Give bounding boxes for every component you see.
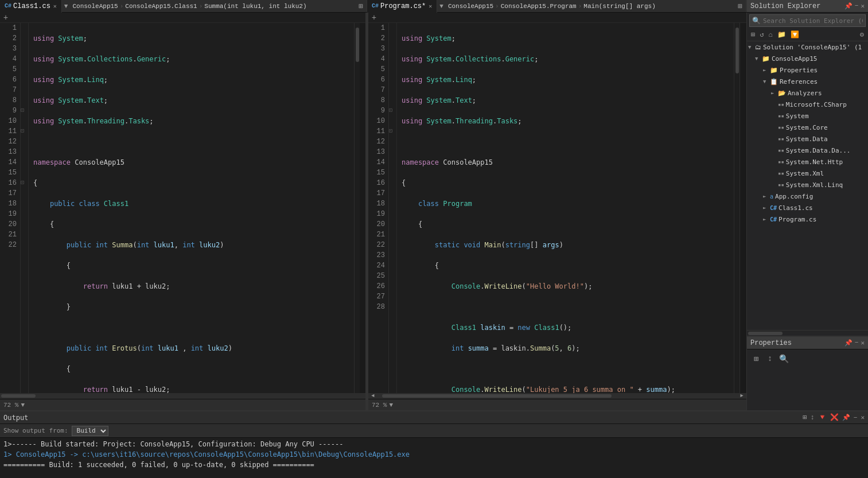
se-tool-refresh[interactable]: ↺ [758, 30, 765, 39]
tree-item-analyzers[interactable]: ► 📂 Analyzers [747, 87, 868, 99]
tree-label-program: Program.cs [779, 216, 816, 223]
se-tool-home[interactable]: ⌂ [766, 31, 774, 39]
right-minimap [739, 23, 746, 393]
se-search-box[interactable]: 🔍 [749, 14, 866, 27]
ref-icon4: ▪▪ [778, 136, 784, 142]
left-zoom-label: 72 % [3, 402, 18, 409]
tree-label-ref7: System.Xml [786, 170, 824, 177]
left-nav1[interactable]: ConsoleApp15.Class1 [125, 3, 197, 10]
output-toolbar-btn4[interactable]: ❌ [830, 413, 839, 422]
tree-item-program[interactable]: ► C# Program.cs [747, 213, 868, 225]
left-code-area[interactable]: 12345 678910 1112131415 1617181920 2122 … [0, 23, 365, 393]
se-tool-filter[interactable]: 🔽 [789, 30, 801, 39]
se-pin-icon[interactable]: 📌 [844, 2, 853, 10]
tree-label-ref6: System.Net.Http [786, 158, 843, 166]
tree-item-appconfig[interactable]: ► a App.config [747, 191, 868, 202]
tree-item-properties[interactable]: ► 📁 Properties [747, 64, 868, 76]
output-toolbar-btn1[interactable]: ⊞ [803, 413, 807, 422]
prop-close-icon[interactable]: ✕ [861, 339, 865, 347]
left-scrollbar-h[interactable] [0, 393, 365, 399]
right-editor-breadcrumb: ConsoleApp15 › ConsoleApp15.Program › Ma… [446, 0, 658, 13]
right-tab-dropdown[interactable]: ▼ [437, 0, 446, 13]
tree-item-class1[interactable]: ► C# Class1.cs [747, 202, 868, 213]
right-code-area[interactable]: 12345 678910 1112131415 1617181920 21222… [368, 23, 746, 393]
tree-item-ref-system-xml[interactable]: ▪▪ System.Xml [747, 168, 868, 179]
left-add-icon[interactable]: + [0, 13, 11, 23]
tree-item-ref-microsoft-csharp[interactable]: ▪▪ Microsoft.CSharp [747, 99, 868, 110]
program-icon: C# [770, 216, 777, 223]
tree-item-solution[interactable]: ▼ 🗂 Solution 'ConsoleApp15' (1 [747, 41, 868, 53]
output-close-icon[interactable]: ✕ [861, 414, 865, 421]
tree-item-ref-system[interactable]: ▪▪ System [747, 110, 868, 122]
tree-item-references[interactable]: ▼ 📋 References [747, 76, 868, 87]
properties-title: Properties [750, 339, 792, 347]
output-toolbar-btn2[interactable]: ↕ [811, 414, 815, 422]
right-add-icon[interactable]: + [368, 13, 380, 23]
right-scrollbar-v[interactable] [734, 23, 739, 393]
se-minimize-icon[interactable]: − [855, 2, 859, 10]
right-code-content[interactable]: using System; using System.Collections.G… [397, 23, 734, 393]
tree-label-ref3: System.Core [786, 124, 828, 131]
tree-label-ref8: System.Xml.Linq [786, 181, 843, 189]
se-tool-gear[interactable]: ⚙ [858, 30, 866, 39]
close-icon2[interactable]: ✕ [429, 3, 432, 10]
left-tab-class1[interactable]: C# Class1.cs ✕ [0, 0, 62, 13]
left-scrollbar-v[interactable] [354, 23, 360, 393]
tree-item-ref-system-core[interactable]: ▪▪ System.Core [747, 122, 868, 133]
right-tab-program[interactable]: C# Program.cs* ✕ [367, 0, 437, 13]
se-close-icon[interactable]: ✕ [861, 2, 865, 10]
right-zoom-dropdown[interactable]: ▼ [389, 402, 393, 409]
output-filter-label: Show output from: [3, 427, 68, 434]
tree-item-project[interactable]: ▼ 📁 ConsoleApp15 [747, 53, 868, 64]
right-scrollbar-h-thumb[interactable] [376, 394, 738, 398]
tree-item-ref-system-net[interactable]: ▪▪ System.Net.Http [747, 156, 868, 168]
ref-icon8: ▪▪ [778, 182, 784, 188]
properties-panel: Properties 📌 − ✕ ⊞ ↕ 🔍 [747, 336, 868, 410]
prop-alpha-icon[interactable]: ↕ [764, 353, 776, 364]
left-tab-dropdown[interactable]: ▼ [62, 0, 71, 13]
ref-icon1: ▪▪ [778, 102, 784, 107]
tree-item-ref-system-data[interactable]: ▪▪ System.Data [747, 133, 868, 145]
properties-header: Properties 📌 − ✕ [747, 337, 868, 349]
output-toolbar-btn3[interactable]: 🔻 [818, 413, 827, 422]
left-zoom-dropdown[interactable]: ▼ [21, 402, 25, 409]
solution-explorer-panel: 🔍 ⊞ ↺ ⌂ 📁 🔽 ⚙ ▼ 🗂 Solution 'ConsoleApp15 [746, 13, 868, 410]
prop-minimize-icon[interactable]: − [855, 339, 859, 347]
right-scrollbar-h-left-btn[interactable]: ◄ [369, 393, 376, 399]
left-nav2[interactable]: Summa(int luku1, int luku2) [204, 3, 306, 10]
ref-icon6: ▪▪ [778, 159, 784, 165]
right-panel-expand[interactable]: ⊞ [734, 2, 746, 11]
right-nav1[interactable]: ConsoleApp15.Program [501, 3, 577, 10]
solution-explorer-title: Solution Explorer [750, 2, 820, 10]
tree-label-ref4: System.Data [786, 135, 828, 143]
prop-pin-icon[interactable]: 📌 [844, 339, 853, 347]
output-minimize-icon[interactable]: − [854, 414, 858, 421]
prop-page-icon[interactable]: 🔍 [778, 353, 789, 364]
right-nav2[interactable]: Main(string[] args) [583, 3, 655, 10]
prop-categorized-icon[interactable]: ⊞ [750, 353, 762, 364]
tree-label-appconfig: App.config [775, 193, 813, 200]
tree-item-ref-system-xml-linq[interactable]: ▪▪ System.Xml.Linq [747, 179, 868, 191]
se-scrollbar-h[interactable] [747, 330, 868, 336]
se-tool-collapse[interactable]: ⊞ [749, 30, 757, 39]
output-line2: 1> ConsoleApp15 -> c:\users\it16\source\… [3, 449, 865, 460]
left-panel-expand[interactable]: ⊞ [355, 2, 367, 11]
right-scrollbar-h-right-btn[interactable]: ► [738, 393, 745, 399]
output-line3: ========== Build: 1 succeeded, 0 failed,… [3, 460, 865, 470]
tree-label-references: References [780, 78, 818, 86]
tree-item-ref-system-data-ext[interactable]: ▪▪ System.Data.Da... [747, 145, 868, 156]
right-nav-project: ConsoleApp15 [448, 3, 493, 10]
output-pin-icon[interactable]: 📌 [842, 414, 850, 421]
left-code-content[interactable]: using System; using System.Collections.G… [29, 23, 354, 393]
output-filter-select[interactable]: Build [72, 426, 108, 436]
right-scrollbar-h-container[interactable]: ◄ ► [368, 393, 746, 399]
tree-label-solution: Solution 'ConsoleApp15' (1 [763, 44, 862, 51]
se-tree: ▼ 🗂 Solution 'ConsoleApp15' (1 ▼ 📁 Conso… [747, 41, 868, 330]
right-tab1-label: Program.cs* [380, 2, 426, 10]
close-icon[interactable]: ✕ [53, 3, 57, 10]
search-icon: 🔍 [752, 17, 761, 25]
left-tab1-label: Class1.cs [13, 2, 50, 10]
se-search-input[interactable] [763, 17, 863, 25]
left-zoom-bar: 72 % ▼ [0, 399, 365, 410]
se-tool-show-all[interactable]: 📁 [776, 30, 788, 39]
